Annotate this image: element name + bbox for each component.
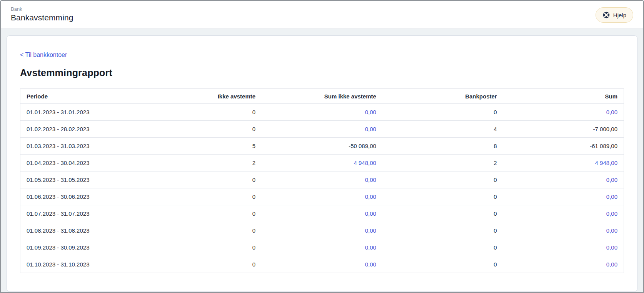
- cell-sum: 0,00: [503, 205, 624, 222]
- cell-periode: 01.02.2023 - 28.02.2023: [20, 121, 141, 138]
- cell-sum: 0,00: [503, 239, 624, 256]
- cell-periode: 01.09.2023 - 30.09.2023: [20, 239, 141, 256]
- page-title: Avstemmingrapport: [20, 67, 624, 78]
- cell-sum: 0,00: [503, 256, 624, 273]
- cell-periode: 01.10.2023 - 31.10.2023: [20, 256, 141, 273]
- cell-bankposter: 0: [382, 239, 503, 256]
- cell-sum-ikke-avstemte: 0,00: [262, 256, 382, 273]
- table-row: 01.10.2023 - 31.10.202300,0000,00: [20, 256, 624, 273]
- cell-sum-ikke-avstemte: 0,00: [262, 104, 382, 121]
- amount-link[interactable]: 0,00: [365, 176, 376, 183]
- cell-bankposter: 8: [382, 138, 503, 155]
- cell-bankposter: 0: [382, 222, 503, 239]
- amount-link[interactable]: 0,00: [606, 210, 617, 217]
- column-header-bankposter: Bankposter: [382, 89, 503, 104]
- cell-ikke-avstemte: 0: [141, 171, 262, 188]
- app-window: Bank Bankavstemming Hjelp < Til bankkont…: [0, 0, 644, 293]
- cell-sum-ikke-avstemte: 0,00: [262, 188, 382, 205]
- amount-link[interactable]: 0,00: [606, 176, 617, 183]
- cell-periode: 01.08.2023 - 31.08.2023: [20, 222, 141, 239]
- topbar-titles: Bank Bankavstemming: [11, 6, 73, 23]
- report-table-body: 01.01.2023 - 31.01.202300,0000,0001.02.2…: [20, 104, 624, 273]
- cell-periode: 01.04.2023 - 30.04.2023: [20, 155, 141, 171]
- cell-periode: 01.06.2023 - 30.06.2023: [20, 188, 141, 205]
- table-row: 01.04.2023 - 30.04.202324 948,0024 948,0…: [20, 155, 624, 171]
- cell-bankposter: 0: [382, 104, 503, 121]
- cell-periode: 01.05.2023 - 31.05.2023: [20, 171, 141, 188]
- amount-link[interactable]: 0,00: [365, 227, 376, 234]
- cell-sum: 0,00: [503, 171, 624, 188]
- table-row: 01.09.2023 - 30.09.202300,0000,00: [20, 239, 624, 256]
- amount-link[interactable]: 4 948,00: [354, 160, 376, 166]
- cell-ikke-avstemte: 2: [141, 155, 262, 171]
- cell-sum-ikke-avstemte: 0,00: [262, 121, 382, 138]
- cell-sum: 4 948,00: [503, 155, 624, 171]
- cell-sum-ikke-avstemte: -50 089,00: [262, 138, 382, 155]
- cell-periode: 01.07.2023 - 31.07.2023: [20, 205, 141, 222]
- cell-sum: 0,00: [503, 188, 624, 205]
- cell-ikke-avstemte: 0: [141, 188, 262, 205]
- topbar: Bank Bankavstemming Hjelp: [1, 1, 643, 29]
- cell-ikke-avstemte: 0: [141, 256, 262, 273]
- cell-bankposter: 0: [382, 205, 503, 222]
- cell-bankposter: 4: [382, 121, 503, 138]
- cell-ikke-avstemte: 0: [141, 239, 262, 256]
- column-header-sum: Sum: [503, 89, 624, 104]
- amount-link[interactable]: 0,00: [606, 227, 617, 234]
- cell-periode: 01.03.2023 - 31.03.2023: [20, 138, 141, 155]
- cell-bankposter: 0: [382, 171, 503, 188]
- cell-ikke-avstemte: 5: [141, 138, 262, 155]
- cell-bankposter: 2: [382, 155, 503, 171]
- table-row: 01.03.2023 - 31.03.20235-50 089,008-61 0…: [20, 138, 624, 155]
- amount-link[interactable]: 0,00: [365, 193, 376, 200]
- reconciliation-report-table: PeriodeIkke avstemteSum ikke avstemteBan…: [20, 88, 624, 273]
- cell-ikke-avstemte: 0: [141, 121, 262, 138]
- lifebuoy-icon: [602, 11, 610, 19]
- table-row: 01.07.2023 - 31.07.202300,0000,00: [20, 205, 624, 222]
- table-row: 01.02.2023 - 28.02.202300,004-7 000,00: [20, 121, 624, 138]
- page-header-title: Bankavstemming: [11, 12, 73, 23]
- table-row: 01.05.2023 - 31.05.202300,0000,00: [20, 171, 624, 188]
- column-header-periode: Periode: [20, 89, 141, 104]
- table-row: 01.08.2023 - 31.08.202300,0000,00: [20, 222, 624, 239]
- column-header-ikke-avstemte: Ikke avstemte: [141, 89, 262, 104]
- report-table-header-row: PeriodeIkke avstemteSum ikke avstemteBan…: [20, 89, 624, 104]
- amount-link[interactable]: 0,00: [606, 109, 617, 115]
- amount-link[interactable]: 0,00: [365, 244, 376, 251]
- cell-sum: -61 089,00: [503, 138, 624, 155]
- amount-link[interactable]: 0,00: [606, 193, 617, 200]
- help-button-label: Hjelp: [613, 12, 626, 18]
- table-row: 01.01.2023 - 31.01.202300,0000,00: [20, 104, 624, 121]
- amount-link[interactable]: 0,00: [606, 244, 617, 251]
- cell-bankposter: 0: [382, 256, 503, 273]
- amount-link[interactable]: 0,00: [365, 109, 376, 115]
- cell-sum-ikke-avstemte: 0,00: [262, 171, 382, 188]
- amount-link[interactable]: 0,00: [365, 126, 376, 132]
- column-header-sum-ikke-avstemte: Sum ikke avstemte: [262, 89, 382, 104]
- cell-ikke-avstemte: 0: [141, 222, 262, 239]
- content-card: < Til bankkontoer Avstemmingrapport Peri…: [7, 35, 637, 292]
- amount-link[interactable]: 0,00: [606, 261, 617, 268]
- help-button[interactable]: Hjelp: [596, 7, 633, 23]
- cell-sum-ikke-avstemte: 0,00: [262, 205, 382, 222]
- cell-periode: 01.01.2023 - 31.01.2023: [20, 104, 141, 121]
- cell-sum: -7 000,00: [503, 121, 624, 138]
- cell-bankposter: 0: [382, 188, 503, 205]
- cell-ikke-avstemte: 0: [141, 205, 262, 222]
- amount-link[interactable]: 0,00: [365, 261, 376, 268]
- table-row: 01.06.2023 - 30.06.202300,0000,00: [20, 188, 624, 205]
- amount-link[interactable]: 0,00: [365, 210, 376, 217]
- cell-sum-ikke-avstemte: 0,00: [262, 239, 382, 256]
- cell-sum-ikke-avstemte: 4 948,00: [262, 155, 382, 171]
- cell-sum: 0,00: [503, 104, 624, 121]
- cell-ikke-avstemte: 0: [141, 104, 262, 121]
- amount-link[interactable]: 4 948,00: [595, 160, 617, 166]
- breadcrumb: Bank: [11, 6, 73, 12]
- cell-sum: 0,00: [503, 222, 624, 239]
- cell-sum-ikke-avstemte: 0,00: [262, 222, 382, 239]
- back-to-bank-accounts-link[interactable]: < Til bankkontoer: [20, 51, 67, 59]
